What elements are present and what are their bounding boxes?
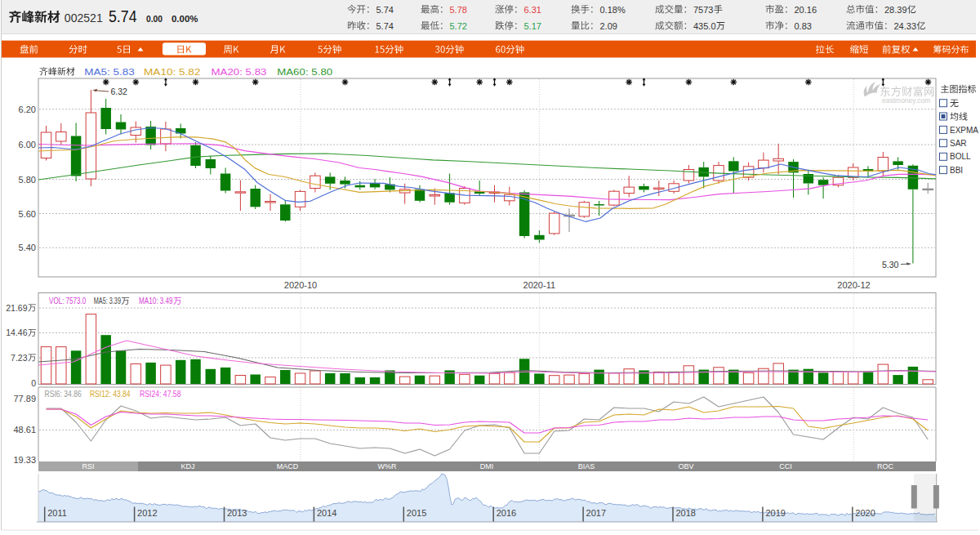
svg-text:2012: 2012	[137, 508, 157, 518]
svg-text:7573: 7573	[693, 5, 713, 15]
svg-text:14.46: 14.46	[6, 328, 27, 337]
svg-text:RSI24: 47.58: RSI24: 47.58	[140, 389, 181, 399]
svg-text:5.72: 5.72	[450, 21, 467, 31]
svg-text:BIAS: BIAS	[578, 462, 595, 470]
svg-text:2018: 2018	[676, 508, 696, 518]
svg-text:2013: 2013	[227, 508, 247, 518]
svg-text:MA5: 5.83: MA5: 5.83	[84, 67, 135, 77]
svg-text:5.40: 5.40	[19, 243, 36, 252]
svg-text:MACD: MACD	[277, 462, 299, 470]
svg-text:MA5: 3.39: MA5: 3.39	[94, 296, 121, 305]
svg-text:RSI6: 34.86: RSI6: 34.86	[45, 389, 82, 399]
svg-text:2016: 2016	[497, 508, 516, 518]
svg-text:2011: 2011	[47, 508, 67, 518]
svg-text:CCI: CCI	[779, 462, 792, 470]
svg-text:BOLL: BOLL	[950, 152, 971, 161]
svg-text:7.23: 7.23	[11, 353, 28, 363]
svg-text:6.31: 6.31	[524, 5, 541, 15]
svg-text:2020: 2020	[855, 508, 875, 518]
svg-text:5.30: 5.30	[882, 260, 899, 270]
svg-text:2019: 2019	[765, 508, 785, 518]
svg-text:OBV: OBV	[678, 462, 693, 470]
svg-text:MA60: 5.80: MA60: 5.80	[277, 67, 332, 77]
svg-text:MA10: 5.82: MA10: 5.82	[144, 67, 201, 77]
svg-text:48.61: 48.61	[13, 425, 36, 435]
svg-text:2.09: 2.09	[600, 21, 617, 31]
svg-text:RSI12: 43.84: RSI12: 43.84	[90, 389, 131, 399]
svg-text:0.00: 0.00	[146, 14, 163, 24]
svg-text:28.39: 28.39	[884, 5, 907, 15]
svg-text:W%R: W%R	[378, 462, 397, 470]
svg-text:20.16: 20.16	[795, 5, 817, 15]
svg-text:KDJ: KDJ	[180, 462, 194, 470]
svg-text:19.33: 19.33	[13, 455, 36, 465]
svg-text:5.74: 5.74	[376, 5, 394, 15]
svg-text:5.60: 5.60	[19, 209, 36, 219]
svg-text:RSI: RSI	[82, 462, 94, 470]
svg-text:2015: 2015	[407, 508, 426, 518]
svg-text:0.18%: 0.18%	[600, 5, 626, 15]
svg-text:5.78: 5.78	[450, 5, 467, 15]
svg-text:0.00%: 0.00%	[172, 14, 198, 24]
svg-text:BBI: BBI	[950, 166, 963, 175]
svg-text:2017: 2017	[586, 508, 606, 518]
svg-text:2014: 2014	[317, 508, 336, 518]
svg-text:24.33: 24.33	[894, 21, 917, 31]
svg-text:002521: 002521	[65, 11, 103, 25]
svg-text:435.0: 435.0	[693, 21, 716, 31]
svg-text:eastmoney.com: eastmoney.com	[882, 96, 930, 105]
svg-text:EXPMA: EXPMA	[950, 126, 978, 135]
svg-text:SAR: SAR	[950, 139, 967, 148]
svg-text:5.74: 5.74	[109, 7, 137, 25]
svg-text:6.32: 6.32	[111, 87, 128, 96]
svg-text:6.00: 6.00	[19, 140, 36, 149]
svg-text:DMI: DMI	[480, 462, 494, 470]
svg-text:6.20: 6.20	[19, 105, 36, 114]
svg-text:2020-10: 2020-10	[284, 280, 317, 290]
svg-text:VOL: 7573.0: VOL: 7573.0	[49, 296, 86, 305]
svg-text:0: 0	[31, 378, 36, 388]
svg-text:5.17: 5.17	[524, 21, 541, 31]
svg-text:77.89: 77.89	[13, 394, 36, 403]
svg-text:MA10: 3.49: MA10: 3.49	[139, 296, 173, 305]
svg-text:21.69: 21.69	[6, 303, 27, 313]
svg-text:0.83: 0.83	[795, 21, 812, 31]
svg-text:ROC: ROC	[877, 462, 894, 470]
svg-text:MA20: 5.83: MA20: 5.83	[212, 67, 267, 77]
svg-text:5.74: 5.74	[376, 21, 394, 31]
svg-text:2020-11: 2020-11	[523, 280, 556, 290]
svg-text:2020-12: 2020-12	[837, 280, 870, 290]
svg-text:5.80: 5.80	[19, 175, 36, 185]
